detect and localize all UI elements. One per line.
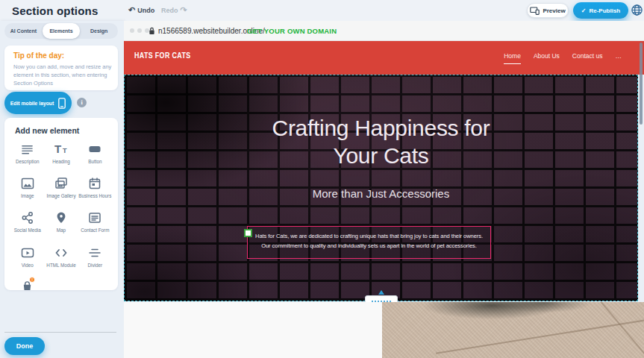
element-label: Video [22, 263, 34, 268]
hero-section[interactable]: Crafting Happiness for Your Cats More th… [124, 75, 638, 301]
element-label: Contact Form [81, 227, 109, 233]
add-element-panel: Add new element DescriptionTTHeadingButt… [4, 118, 118, 290]
lock-icon [149, 27, 155, 35]
contact-form-icon [88, 211, 101, 224]
resize-arrow-up-icon [378, 290, 384, 295]
hero-heading[interactable]: Crafting Happiness for Your Cats [125, 114, 637, 169]
tip-of-the-day-card: Tip of the day: Now you can add, move an… [4, 45, 118, 90]
social-media-icon [21, 211, 34, 224]
check-icon: ✓ [581, 7, 587, 14]
element-social-media[interactable]: Social Media [10, 210, 44, 233]
tile-joint-line [590, 302, 644, 358]
hero-subheading[interactable]: More than Just Accessories [125, 187, 637, 200]
image-icon [21, 177, 34, 190]
element-business-hours[interactable]: Business Hours [78, 176, 112, 199]
element-label: Image Gallery [46, 193, 75, 199]
redo-button[interactable]: Redo↷ [161, 5, 187, 15]
tip-title: Tip of the day: [13, 51, 64, 60]
element-label: Image [21, 193, 34, 199]
element-label: Divider [88, 263, 103, 268]
element-image[interactable]: Image [10, 176, 44, 199]
element-image-gallery[interactable]: Image Gallery [44, 176, 78, 199]
site-header: HATS FOR CATS HomeAbout UsContact us… [124, 41, 644, 75]
video-icon [21, 246, 34, 260]
new-badge-icon: ! [29, 277, 35, 283]
element-heading[interactable]: TTHeading [44, 142, 78, 165]
element-label: Description [16, 159, 40, 165]
panel-title: Add new element [15, 126, 79, 135]
selection-drag-handle[interactable] [244, 229, 252, 237]
nav-more-menu[interactable]: … [616, 52, 622, 64]
page-title: Section options [12, 4, 99, 17]
undo-button[interactable]: ↶Undo [128, 5, 154, 15]
element-label: Business Hours [78, 193, 111, 199]
element-label: Button [88, 159, 101, 165]
element-label: Social Media [14, 227, 41, 233]
language-globe-icon[interactable] [631, 4, 643, 16]
description-icon [21, 143, 34, 156]
redo-icon: ↷ [181, 5, 187, 14]
map-icon [54, 211, 68, 224]
element-map[interactable]: Map [44, 210, 78, 233]
smartphone-icon [58, 98, 66, 109]
devices-icon [530, 7, 540, 15]
tab-elements[interactable]: Elements [43, 23, 81, 39]
element-video[interactable]: Video [10, 245, 44, 268]
element-contact-form[interactable]: Contact Form [78, 210, 112, 233]
tab-ai-content[interactable]: AI Content [4, 23, 43, 39]
section-options-sidebar: AI ContentElementsDesign Tip of the day:… [0, 21, 124, 358]
divider-line [4, 332, 116, 333]
site-nav: HomeAbout UsContact us… [504, 52, 622, 64]
nav-home[interactable]: Home [504, 52, 521, 64]
done-button[interactable]: Done [4, 337, 45, 355]
business-hours-icon [88, 177, 101, 190]
svg-text:T: T [63, 147, 67, 154]
html-module-icon [54, 246, 68, 260]
sidebar-tab-bar: AI ContentElementsDesign [4, 23, 118, 39]
element-button[interactable]: Button [78, 142, 112, 165]
element-label: HTML Module [46, 263, 75, 268]
preview-address-bar: n1566589.websitebuilder.online/ GET YOUR… [124, 21, 644, 41]
divider-icon [88, 246, 101, 260]
element-divider[interactable]: Divider [78, 245, 112, 268]
element-description[interactable]: Description [10, 142, 44, 165]
top-toolbar: Section options ↶Undo Redo↷ Preview ✓ Re… [0, 0, 644, 21]
next-section-background[interactable] [124, 302, 382, 358]
info-icon[interactable]: i [77, 98, 87, 107]
button-icon [88, 142, 101, 156]
hero-text-element[interactable]: Hats for Cats, we are dedicated to craft… [247, 226, 491, 259]
preview-scrollbar-thumb[interactable] [640, 43, 643, 125]
republish-button[interactable]: ✓ Re-Publish [573, 2, 628, 19]
get-domain-link[interactable]: GET YOUR OWN DOMAIN [247, 27, 337, 35]
preview-button[interactable]: Preview [527, 3, 569, 18]
element-product-gallery[interactable]: !SHOPProduct Gallery [10, 280, 44, 290]
edit-mobile-layout-button[interactable]: Edit mobile layout [4, 92, 72, 114]
element-html-module[interactable]: HTML Module [44, 245, 78, 268]
image-gallery-icon [54, 177, 68, 190]
nav-about-us[interactable]: About Us [534, 52, 560, 64]
tab-design[interactable]: Design [80, 23, 118, 39]
element-label: Heading [52, 159, 69, 165]
tile-joint-line [436, 314, 644, 354]
heading-icon: TT [54, 143, 69, 155]
element-label: Map [57, 227, 66, 233]
element-grid: DescriptionTTHeadingButtonImageImage Gal… [10, 142, 112, 290]
browser-dots [130, 28, 149, 33]
tip-body: Now you can add, move and resize any ele… [13, 63, 112, 88]
undo-icon: ↶ [128, 5, 135, 14]
nav-contact-us[interactable]: Contact us [572, 52, 603, 64]
svg-text:T: T [54, 143, 61, 155]
next-section-photo[interactable] [382, 302, 644, 358]
site-logo[interactable]: HATS FOR CATS [134, 51, 190, 60]
